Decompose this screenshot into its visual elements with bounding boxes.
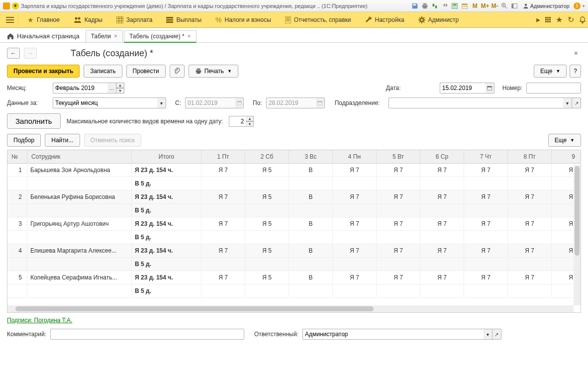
table-cell[interactable]: 5: [7, 271, 27, 284]
table-cell[interactable]: [420, 284, 464, 298]
table-cell[interactable]: [245, 258, 289, 271]
table-cell[interactable]: Я 7: [377, 244, 420, 258]
bell-icon[interactable]: [579, 16, 586, 23]
table-cell[interactable]: Я 7: [201, 217, 245, 231]
table-cell[interactable]: Я 7: [333, 190, 377, 204]
save-icon[interactable]: [411, 2, 419, 9]
resp-field[interactable]: ▾ ↗: [302, 329, 501, 340]
table-cell[interactable]: [201, 258, 245, 271]
month-input[interactable]: [53, 83, 107, 93]
table-cell[interactable]: Я 7: [508, 244, 552, 258]
m-icon[interactable]: M: [471, 2, 479, 9]
horizontal-scrollbar[interactable]: [7, 305, 574, 312]
table-cell[interactable]: [420, 231, 464, 244]
comment-input[interactable]: [50, 329, 244, 340]
app-menu-dropdown[interactable]: ▾: [12, 2, 19, 9]
number-input[interactable]: [526, 83, 581, 93]
date-calendar-button[interactable]: [486, 83, 494, 93]
table-cell[interactable]: Я 23 д. 154 ч.: [132, 164, 201, 177]
m-minus-icon[interactable]: M-: [491, 2, 499, 9]
pick-button[interactable]: Подбор: [7, 134, 41, 147]
resp-open-button[interactable]: ↗: [492, 329, 501, 340]
table-cell[interactable]: Я 7: [333, 244, 377, 258]
calc-icon[interactable]: [451, 2, 459, 9]
col-day[interactable]: 8 Пт: [508, 150, 552, 164]
table-cell[interactable]: [333, 284, 377, 298]
table-cell[interactable]: [420, 177, 464, 190]
resp-dropdown-button[interactable]: ▾: [484, 329, 492, 340]
table-cell[interactable]: Я 7: [464, 217, 508, 231]
table-cell[interactable]: Барышева Зоя Арнольдовна: [27, 164, 132, 177]
table-cell[interactable]: 1: [7, 164, 27, 177]
col-employee[interactable]: Сотрудник: [27, 150, 132, 164]
table-cell[interactable]: [245, 177, 289, 190]
attach-button[interactable]: [170, 65, 185, 78]
table-cell[interactable]: [508, 177, 552, 190]
menu-payments[interactable]: Выплаты: [159, 13, 208, 26]
col-day[interactable]: 7 Чт: [464, 150, 508, 164]
col-day[interactable]: 3 Вс: [289, 150, 333, 164]
menu-taxes[interactable]: %Налоги и взносы: [208, 13, 278, 27]
table-cell[interactable]: Я 7: [508, 217, 552, 231]
table-cell[interactable]: [333, 258, 377, 271]
table-cell[interactable]: [464, 258, 508, 271]
table-cell[interactable]: [508, 204, 552, 217]
menu-more-icon[interactable]: ▸: [536, 15, 540, 24]
table-cell[interactable]: Я 7: [377, 217, 420, 231]
table-cell[interactable]: 2: [7, 190, 27, 204]
post-close-button[interactable]: Провести и закрыть: [7, 65, 80, 78]
table-cell[interactable]: [508, 284, 552, 298]
table-cell[interactable]: Я 7: [464, 164, 508, 177]
table-cell[interactable]: [464, 177, 508, 190]
table-cell[interactable]: Я 7: [201, 190, 245, 204]
table-cell[interactable]: Я 5: [245, 271, 289, 284]
link-icon[interactable]: [441, 2, 449, 9]
star-icon[interactable]: ★: [556, 15, 563, 24]
col-day[interactable]: 1 Пт: [201, 150, 245, 164]
table-cell[interactable]: [333, 204, 377, 217]
data-for-dropdown-button[interactable]: ▾: [157, 97, 166, 108]
table-cell[interactable]: Я 7: [508, 271, 552, 284]
col-day[interactable]: 9: [552, 150, 581, 164]
menu-admin[interactable]: Администр: [411, 13, 466, 26]
table-cell[interactable]: [7, 284, 27, 298]
calendar-icon[interactable]: [461, 2, 469, 9]
table-cell[interactable]: В 5 д.: [132, 177, 201, 190]
table-cell[interactable]: [27, 204, 132, 217]
table-cell[interactable]: Я 7: [420, 244, 464, 258]
menu-reports[interactable]: Отчетность, справки: [278, 13, 358, 26]
find-button[interactable]: Найти...: [45, 134, 80, 147]
vertical-scrollbar[interactable]: [574, 165, 581, 305]
table-cell[interactable]: [27, 284, 132, 298]
max-up-button[interactable]: ▲: [246, 116, 254, 121]
table-cell[interactable]: Копейцева Серафима Игнать...: [27, 271, 132, 284]
page-close-button[interactable]: ×: [574, 49, 581, 57]
table-cell[interactable]: [289, 284, 333, 298]
table-cell[interactable]: Я 7: [508, 190, 552, 204]
table-cell[interactable]: [508, 258, 552, 271]
table-cell[interactable]: Я 7: [420, 271, 464, 284]
help-button[interactable]: ?: [570, 65, 581, 78]
table-cell[interactable]: 3: [7, 217, 27, 231]
col-day[interactable]: 5 Вт: [377, 150, 420, 164]
table-cell[interactable]: [289, 258, 333, 271]
table-cell[interactable]: [201, 284, 245, 298]
close-icon[interactable]: ×: [114, 33, 117, 40]
table-cell[interactable]: В: [289, 271, 333, 284]
menu-settings[interactable]: Настройка: [358, 13, 411, 26]
table-cell[interactable]: Я 7: [333, 271, 377, 284]
table-cell[interactable]: [201, 231, 245, 244]
month-down-button[interactable]: ▼: [116, 88, 124, 93]
nav-forward-button[interactable]: →: [24, 48, 37, 59]
table-cell[interactable]: [333, 177, 377, 190]
table-cell[interactable]: Я 7: [377, 164, 420, 177]
info-dropdown[interactable]: ▾: [583, 3, 585, 8]
m-plus-icon[interactable]: M+: [481, 2, 489, 9]
nav-back-button[interactable]: ←: [7, 48, 20, 59]
date-input[interactable]: [440, 83, 486, 93]
compare-icon[interactable]: [431, 2, 439, 9]
table-cell[interactable]: Я 7: [420, 164, 464, 177]
col-day[interactable]: 4 Пн: [333, 150, 377, 164]
table-cell[interactable]: Я 7: [420, 217, 464, 231]
month-up-button[interactable]: ▲: [116, 83, 124, 88]
